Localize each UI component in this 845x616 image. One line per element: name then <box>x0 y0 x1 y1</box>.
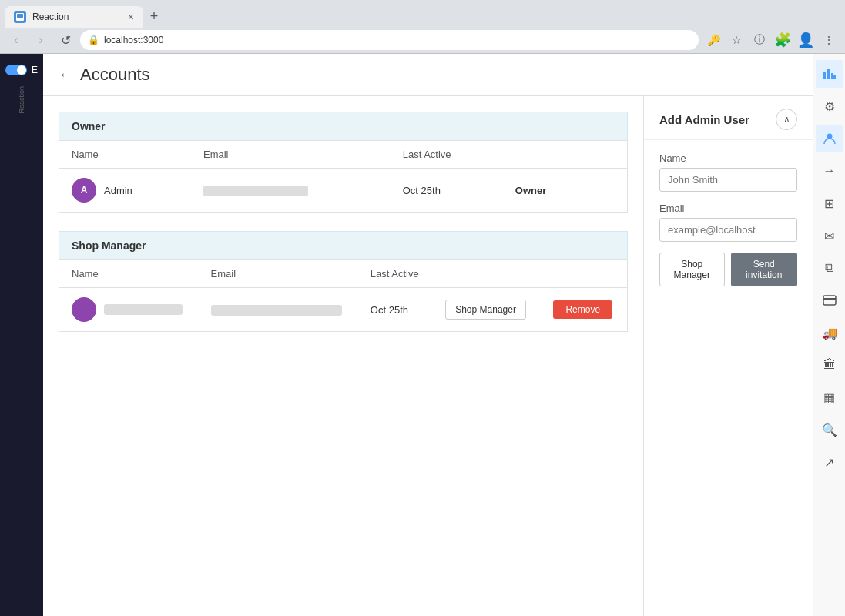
browser-chrome: Reaction × + ‹ › ↺ 🔒 localhost:3000 🔑 ☆ … <box>0 0 845 54</box>
browser-tabs: Reaction × + <box>0 0 845 28</box>
table-row: ████████████ ████████████████████ Oct 25… <box>59 288 628 332</box>
sm-action-cell: Remove <box>541 288 627 332</box>
owner-section: Owner Name Email Last Active <box>59 112 628 213</box>
svg-rect-8 <box>823 298 836 300</box>
right-icon-login[interactable]: → <box>816 157 843 185</box>
owner-email-cell: ████████████████ <box>191 169 391 213</box>
right-icon-truck[interactable]: 🚚 <box>816 319 843 346</box>
toggle-knob <box>17 65 26 75</box>
address-bar[interactable]: 🔒 localhost:3000 <box>80 30 699 50</box>
sm-col-name: Name <box>59 260 199 288</box>
svg-rect-4 <box>831 73 833 79</box>
owner-col-email: Email <box>191 141 391 169</box>
right-icon-copy[interactable]: ⧉ <box>816 254 843 282</box>
right-icon-search[interactable]: 🔍 <box>816 416 843 444</box>
owner-action-cell <box>588 169 627 213</box>
back-button[interactable]: ← <box>59 67 72 83</box>
sm-role-cell: Shop Manager <box>433 288 541 332</box>
tab-title: Reaction <box>32 12 69 22</box>
send-invitation-button[interactable]: Send invitation <box>731 253 798 286</box>
tab-close-btn[interactable]: × <box>128 11 134 23</box>
name-label: Name <box>659 152 797 164</box>
reaction-label: Reaction <box>18 86 25 114</box>
shop-manager-table: Name Email Last Active <box>59 259 628 332</box>
owner-name: Admin <box>104 185 132 196</box>
right-icon-grid[interactable]: ⊞ <box>816 189 843 217</box>
right-icon-layout[interactable]: ▦ <box>816 383 843 411</box>
sidebar-toggle-label: E <box>32 65 38 75</box>
owner-role-badge: Owner <box>515 185 546 196</box>
right-icon-share[interactable]: ↗ <box>816 448 843 476</box>
name-form-group: Name <box>659 152 797 192</box>
panel-title: Add Admin User <box>659 113 749 126</box>
address-text: localhost:3000 <box>104 35 163 45</box>
profile-icon[interactable]: 👤 <box>796 30 816 50</box>
active-tab[interactable]: Reaction × <box>5 6 143 28</box>
sm-last-active: Oct 25th <box>358 288 433 332</box>
add-admin-panel: Add Admin User ∧ Name Email Shop Manager… <box>643 96 813 616</box>
sidebar-right: ⚙ → ⊞ ✉ ⧉ 🚚 🏛 ▦ 🔍 ↗ <box>813 54 845 616</box>
sm-name-cell: ████████████ <box>59 288 199 332</box>
right-icon-card[interactable] <box>816 286 843 314</box>
role-select-button[interactable]: Shop Manager <box>659 253 725 286</box>
owner-col-role <box>503 141 589 169</box>
sidebar-item-reaction[interactable]: Reaction <box>6 86 37 114</box>
star-icon[interactable]: ☆ <box>726 30 746 50</box>
sm-col-action <box>541 260 627 288</box>
key-icon[interactable]: 🔑 <box>703 30 723 50</box>
sm-name-blurred: ████████████ <box>104 304 183 315</box>
owner-col-action <box>588 141 627 169</box>
shop-manager-section-header: Shop Manager <box>59 231 628 259</box>
owner-last-active: Oct 25th <box>391 169 503 213</box>
owner-role-cell: Owner <box>503 169 589 213</box>
right-icon-users[interactable] <box>816 125 843 152</box>
right-icon-email[interactable]: ✉ <box>816 222 843 249</box>
svg-rect-2 <box>823 72 826 79</box>
email-form-group: Email <box>659 203 797 242</box>
sm-col-role <box>433 260 541 288</box>
content-area: Owner Name Email Last Active <box>43 96 813 616</box>
name-input[interactable] <box>659 168 797 192</box>
main-content: ← Accounts Owner Name Email Last Active <box>43 54 813 616</box>
sidebar-left: E Reaction <box>0 54 43 616</box>
panel-actions: Shop Manager Send invitation <box>659 253 797 286</box>
right-icon-gear[interactable]: ⚙ <box>816 92 843 120</box>
panel-body: Name Email Shop Manager Send invitation <box>644 140 813 299</box>
user-cell: A Admin <box>72 178 179 203</box>
toggle-switch[interactable] <box>5 65 27 75</box>
remove-button[interactable]: Remove <box>553 300 612 319</box>
user-cell: ████████████ <box>72 297 186 322</box>
page-header: ← Accounts <box>43 54 813 96</box>
svg-rect-1 <box>17 14 23 18</box>
right-icon-chart[interactable] <box>816 60 843 88</box>
svg-rect-5 <box>833 75 836 79</box>
shop-manager-section: Shop Manager Name Email Last Active <box>59 231 628 332</box>
sm-email-cell: ████████████████████ <box>199 288 358 332</box>
refresh-button[interactable]: ↺ <box>55 30 75 50</box>
menu-icon[interactable]: ⋮ <box>819 30 839 50</box>
owner-email-blurred: ████████████████ <box>203 186 308 196</box>
avatar: A <box>72 178 96 203</box>
sm-col-email: Email <box>199 260 358 288</box>
back-button[interactable]: ‹ <box>6 30 26 50</box>
email-input[interactable] <box>659 218 797 242</box>
new-tab-button[interactable]: + <box>143 6 165 28</box>
sm-email-blurred: ████████████████████ <box>211 305 342 316</box>
sidebar-toggle[interactable]: E <box>0 62 44 79</box>
avatar-initials: A <box>81 185 88 196</box>
panel-header: Add Admin User ∧ <box>644 96 813 140</box>
info-icon[interactable]: ⓘ <box>749 30 770 50</box>
shop-manager-role-button[interactable]: Shop Manager <box>445 300 526 320</box>
avatar <box>72 297 96 322</box>
sm-col-last-active: Last Active <box>358 260 433 288</box>
forward-button[interactable]: › <box>31 30 51 50</box>
panel-collapse-button[interactable]: ∧ <box>776 109 797 130</box>
owner-col-last-active: Last Active <box>391 141 503 169</box>
accounts-section: Owner Name Email Last Active <box>43 96 643 616</box>
owner-table: Name Email Last Active <box>59 140 628 213</box>
extension-icon[interactable]: 🧩 <box>773 30 793 50</box>
app-wrapper: E Reaction ← Accounts Owner Nam <box>0 54 845 616</box>
owner-name-cell: A Admin <box>59 169 191 213</box>
right-icon-bank[interactable]: 🏛 <box>816 351 843 379</box>
email-label: Email <box>659 203 797 214</box>
